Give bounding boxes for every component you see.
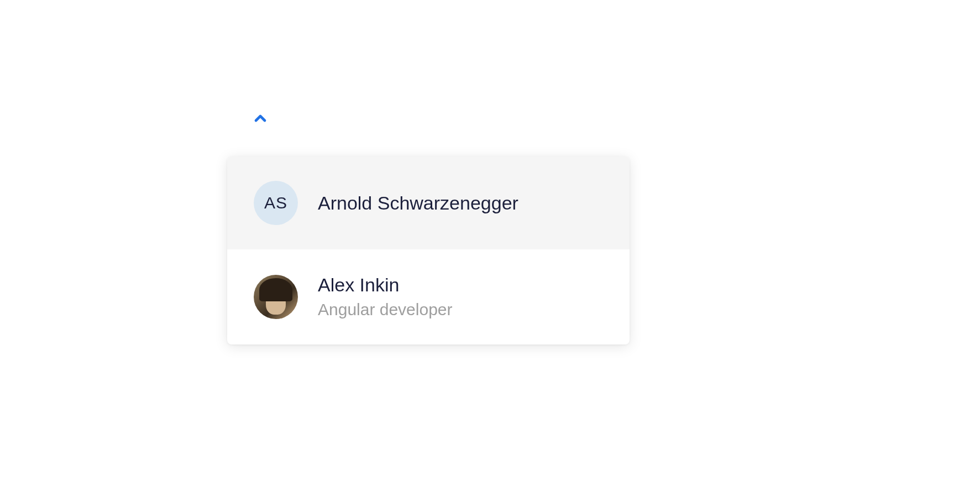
avatar: AS (254, 181, 298, 225)
dropdown-panel: AS Arnold Schwarzenegger Alex Inkin Angu… (227, 156, 630, 344)
avatar-initials: AS (264, 194, 287, 212)
dropdown-item[interactable]: Alex Inkin Angular developer (227, 249, 630, 344)
chevron-up-icon (251, 109, 269, 129)
avatar (254, 275, 298, 319)
item-text: Arnold Schwarzenegger (318, 192, 518, 215)
item-text: Alex Inkin Angular developer (318, 274, 453, 320)
item-name: Alex Inkin (318, 274, 453, 296)
item-name: Arnold Schwarzenegger (318, 192, 518, 215)
item-subtitle: Angular developer (318, 299, 453, 320)
chevron-up-button[interactable] (251, 109, 269, 129)
dropdown-item[interactable]: AS Arnold Schwarzenegger (227, 156, 630, 249)
